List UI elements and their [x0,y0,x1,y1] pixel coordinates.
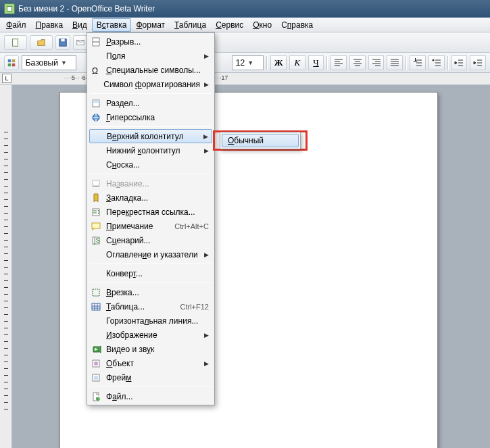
styles-button[interactable] [4,55,19,70]
align-left-button[interactable] [330,55,347,70]
menu-item-label: Перекрестная ссылка... [106,207,209,217]
window-title: Без имени 2 - OpenOffice Beta Writer [18,4,155,14]
blank-icon [90,159,102,170]
save-button[interactable] [55,35,70,50]
vertical-ruler[interactable] [0,85,12,448]
menu-item-label: Горизонтальная линия... [106,316,209,326]
menu-item[interactable]: Верхний колонтитул▶ [89,129,212,143]
menu-item-label: Закладка... [106,193,209,203]
blank-icon [90,268,102,279]
italic-button[interactable]: К [289,55,305,70]
increase-indent-button[interactable] [470,55,486,70]
blank-icon [90,145,102,156]
menu-item[interactable]: ΩСпециальные символы... [89,63,213,77]
break-icon [90,36,102,47]
blank-icon [90,79,99,90]
chevron-down-icon: ▼ [247,59,253,66]
script-icon: js [90,235,102,246]
menu-item-label: Примечание [106,222,170,231]
menu-item[interactable]: Закладка... [89,191,213,205]
menu-item[interactable]: +Файл... [89,389,213,403]
submenu-arrow-icon: ▶ [204,53,209,59]
menu-окно[interactable]: Окно [248,18,276,32]
submenu-arrow-icon: ▶ [204,360,209,367]
menu-item-label: Врезка... [106,288,209,297]
table-icon [90,301,102,312]
submenu-arrow-icon: ▶ [204,147,209,154]
svg-rect-10 [8,63,11,66]
menu-separator [90,126,212,127]
highlight-box: Обычный [213,130,308,151]
blank-icon [90,316,102,326]
menu-item[interactable]: Символ форматирования▶ [89,77,213,91]
menu-item-label: Гиперссылка [106,113,209,122]
email-button[interactable] [73,35,88,50]
paragraph-style-combo[interactable]: Базовый ▼ [22,55,76,70]
menu-item[interactable]: Сноска... [89,157,213,172]
menu-таблица[interactable]: Таблица [170,18,211,32]
menu-item-label: Видео и звук [106,345,209,354]
menu-separator [90,264,212,264]
format-toolbar: Базовый ▼ 12 ▼ Ж К Ч 1 [0,53,490,73]
menu-правка[interactable]: Правка [31,18,68,32]
menu-item[interactable]: Конверт... [89,266,213,280]
caption-icon [90,178,102,189]
submenu-item-default[interactable]: Обычный [222,134,299,147]
svg-rect-9 [12,59,15,61]
menu-item[interactable]: Горизонтальная линия... [89,314,213,328]
menu-item[interactable]: Видео и звук [89,342,213,356]
menu-separator [90,387,212,387]
menu-item[interactable]: Поля▶ [89,49,213,63]
submenu-arrow-icon: ▶ [204,251,209,258]
menu-файл[interactable]: Файл [1,18,31,32]
media-icon [90,344,102,355]
comment-icon [90,221,102,232]
svg-rect-25 [93,289,99,296]
new-button[interactable] [4,35,27,50]
separator [266,56,268,70]
menu-shortcut: Ctrl+F12 [180,303,210,311]
menu-справка[interactable]: Справка [276,18,318,32]
menu-item[interactable]: Объект▶ [89,356,213,370]
menu-item[interactable]: Врезка... [89,285,213,299]
blank-icon [90,51,102,61]
menu-item[interactable]: ПримечаниеCtrl+Alt+C [89,219,213,233]
menu-item[interactable]: Перекрестная ссылка... [89,205,213,219]
bold-button[interactable]: Ж [270,55,287,70]
menu-item-label: Нижний колонтитул [106,146,200,155]
open-button[interactable] [30,35,53,50]
menu-формат[interactable]: Формат [131,18,170,32]
tab-stop-marker[interactable]: L [2,74,11,83]
svg-point-13 [432,59,434,61]
decrease-indent-button[interactable] [451,55,468,70]
menu-item[interactable]: Гиперссылка [89,110,213,124]
underline-button[interactable]: Ч [308,55,324,70]
svg-rect-30 [94,376,98,380]
list-numbered-button[interactable]: 1 [410,55,426,70]
menu-item[interactable]: Изображение▶ [89,328,213,342]
blank-icon [91,131,103,142]
menu-item[interactable]: Таблица...Ctrl+F12 [89,299,213,314]
iframe-icon [90,372,102,383]
menu-item[interactable]: Нижний колонтитул▶ [89,143,213,157]
svg-rect-20 [93,186,99,187]
font-size-value: 12 [236,58,245,68]
menu-item-label: Символ форматирования [103,80,200,89]
menu-сервис[interactable]: Сервис [211,18,248,32]
menu-item[interactable]: Фрейм [89,370,213,384]
align-right-button[interactable] [368,55,385,70]
font-size-combo[interactable]: 12 ▼ [232,55,264,70]
menu-item[interactable]: Оглавление и указатели▶ [89,247,213,262]
horizontal-ruler[interactable]: L · · ·5· · ·6· · ·7· · ·8· · ·9· · ·10·… [0,73,490,85]
menu-вид[interactable]: Вид [68,18,92,32]
align-justify-button[interactable] [387,55,403,70]
menu-item[interactable]: Раздел... [89,96,213,110]
blank-icon [90,249,102,260]
list-bullet-button[interactable] [428,55,445,70]
svg-rect-2 [61,39,64,41]
menu-вставка[interactable]: Вставка [92,18,132,32]
menu-item[interactable]: jsСценарий... [89,233,213,247]
separator [406,56,407,70]
menu-item[interactable]: Разрыв... [89,34,213,49]
align-center-button[interactable] [349,55,366,70]
